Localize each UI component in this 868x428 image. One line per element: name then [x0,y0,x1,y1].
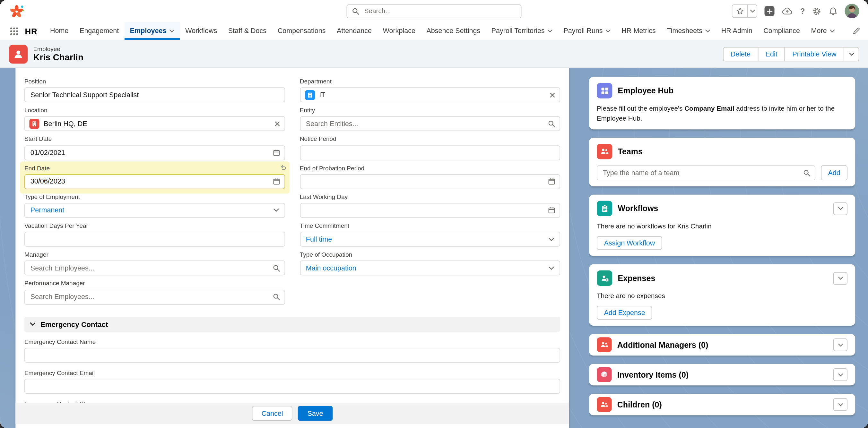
calendar-icon[interactable] [548,207,555,214]
position-input[interactable] [24,88,285,103]
tab-workflows[interactable]: Workflows [180,22,223,40]
chevron-down-icon [30,323,35,326]
end-of-probation-period-input[interactable] [300,174,560,189]
tab-staff-docs[interactable]: Staff & Docs [222,22,272,40]
tab-label: Timesheets [667,27,702,35]
global-search[interactable] [347,4,522,18]
field-end-date: End Date [24,165,285,189]
performance-manager-search-input[interactable] [24,289,285,304]
undo-icon[interactable] [279,163,286,170]
location-lookup[interactable]: Berlin HQ, DE [24,117,285,132]
entity-search-input[interactable] [300,117,560,132]
tab-label: Compensations [278,27,326,35]
app-launcher-icon[interactable] [5,22,22,40]
user-avatar[interactable] [845,4,859,18]
tab-engagement[interactable]: Engagement [74,22,125,40]
tab-compliance[interactable]: Compliance [758,22,805,40]
search-icon [273,264,280,271]
record-name: Kris Charlin [33,53,83,63]
tab-workplace[interactable]: Workplace [377,22,421,40]
clear-icon[interactable] [550,92,555,98]
inventory-items-menu-button[interactable] [833,368,847,381]
field-label: Vacation Days Per Year [24,222,285,230]
add-expense-button[interactable]: Add Expense [597,306,652,320]
save-button[interactable]: Save [298,406,333,421]
field-label: Department [300,78,560,85]
tab-payroll-territories[interactable]: Payroll Territories [486,22,558,40]
children-icon [597,397,612,412]
select-value: Main occupation [306,264,356,272]
favorites-menu-chevron-icon[interactable] [748,5,757,17]
global-search-input[interactable] [363,7,516,16]
nav-edit-pencil-icon[interactable] [852,22,860,40]
calendar-icon[interactable] [548,178,555,185]
tab-timesheets[interactable]: Timesheets [661,22,715,40]
field-label: Last Working Day [300,194,560,201]
clear-icon[interactable] [274,121,280,126]
employee-hub-icon [597,83,612,99]
tab-home[interactable]: Home [44,22,74,40]
emergency-contact-section-header[interactable]: Emergency Contact [24,317,560,332]
workflows-empty-text: There are no workflows for Kris Charlin [597,221,847,231]
card-title: Workflows [618,204,658,213]
global-actions-plus-icon[interactable] [765,6,775,16]
favorites-star-icon[interactable] [733,5,748,17]
tab-label: Workflows [185,27,217,35]
start-date-input[interactable] [24,145,285,160]
department-value: IT [319,91,325,99]
emergency-contact-name-input[interactable] [24,348,560,363]
tab-absence-settings[interactable]: Absence Settings [421,22,486,40]
tab-label: Payroll Runs [563,27,602,35]
tab-compensations[interactable]: Compensations [272,22,331,40]
field-label: Time Commitment [300,222,560,230]
vacation-days-per-year-input[interactable] [24,232,285,247]
additional-managers-icon [597,337,612,352]
tab-payroll-runs[interactable]: Payroll Runs [558,22,616,40]
setup-gear-icon[interactable] [812,6,822,16]
additional-managers-menu-button[interactable] [833,338,847,351]
tab-more[interactable]: More [805,22,840,40]
delete-button[interactable]: Delete [723,47,758,61]
edit-button[interactable]: Edit [757,47,785,61]
chevron-down-icon [273,209,279,212]
field-label: Emergency Contact Name [24,338,560,345]
end-date-input[interactable] [24,174,285,189]
calendar-icon[interactable] [273,178,280,185]
notice-period-input[interactable] [300,145,560,160]
children-menu-button[interactable] [833,398,847,411]
printable-view-button[interactable]: Printable View [784,47,844,61]
calendar-icon[interactable] [273,149,280,156]
time-commitment-select[interactable]: Full time [300,232,560,247]
department-lookup[interactable]: IT [300,88,560,103]
type-of-occupation-select[interactable]: Main occupation [300,261,560,275]
cancel-button[interactable]: Cancel [252,406,292,421]
entity-label: Employee [33,45,83,52]
emergency-contact-email-input[interactable] [24,378,560,394]
manager-search-input[interactable] [24,261,285,275]
tab-hr-metrics[interactable]: HR Metrics [616,22,661,40]
assign-workflow-button[interactable]: Assign Workflow [597,236,662,250]
type-of-employment-select[interactable]: Permanent [24,203,285,218]
field-performance-manager: Performance Manager [24,280,285,304]
tab-hr-admin[interactable]: HR Admin [715,22,758,40]
expenses-menu-button[interactable] [833,272,847,285]
chevron-down-icon [549,266,554,269]
tab-employees[interactable]: Employees [124,22,180,40]
field-label: Notice Period [300,136,560,143]
help-icon[interactable]: ? [800,7,805,16]
cloud-upload-icon[interactable] [782,7,793,16]
notifications-bell-icon[interactable] [829,6,838,16]
field-position: Position [24,78,285,102]
tab-attendance[interactable]: Attendance [331,22,377,40]
additional-managers-card: Additional Managers (0) [589,334,855,356]
field-last-working-day: Last Working Day [300,194,560,218]
last-working-day-input[interactable] [300,203,560,218]
workflows-menu-button[interactable] [833,202,847,215]
more-actions-button[interactable] [844,47,859,61]
add-team-button[interactable]: Add [821,165,847,180]
global-header: ? [0,0,868,22]
team-search-input[interactable] [597,165,815,180]
card-title: Inventory Items (0) [617,370,688,379]
field-manager: Manager [24,251,285,275]
flair-logo[interactable] [9,3,24,19]
